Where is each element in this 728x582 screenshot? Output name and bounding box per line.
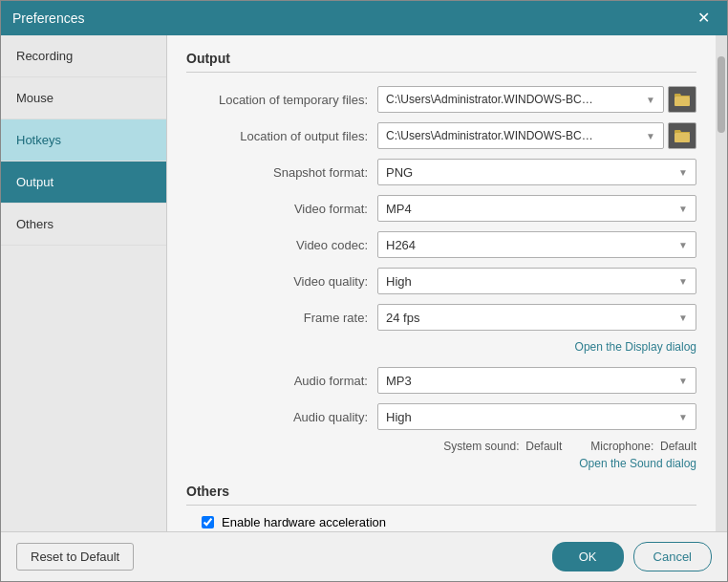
scrollbar-thumb[interactable]	[717, 56, 725, 133]
audio-quality-label: Audio quality:	[186, 410, 377, 424]
folder-icon	[674, 129, 690, 142]
hardware-acceleration-checkbox[interactable]	[202, 516, 214, 528]
temp-files-control: C:\Users\Administrator.WINDOWS-BCBV1B5\ …	[377, 86, 696, 113]
video-quality-select[interactable]: High ▼	[377, 268, 696, 294]
temp-files-label: Location of temporary files:	[186, 93, 377, 107]
sound-info-row: System sound: Default Microphone: Defaul…	[186, 440, 696, 453]
video-quality-control: High ▼	[377, 268, 696, 294]
output-files-folder-button[interactable]	[668, 122, 696, 149]
cancel-button[interactable]: Cancel	[633, 542, 712, 571]
frame-rate-label: Frame rate:	[186, 311, 377, 325]
snapshot-format-select[interactable]: PNG ▼	[377, 159, 696, 185]
microphone-info: Microphone: Default	[590, 440, 696, 453]
display-dialog-link[interactable]: Open the Display dialog	[575, 340, 696, 354]
dialog-body: Recording Mouse Hotkeys Output Others Ou…	[1, 35, 727, 531]
snapshot-format-arrow-icon: ▼	[678, 167, 688, 178]
video-codec-row: Video codec: H264 ▼	[186, 231, 696, 258]
audio-quality-select[interactable]: High ▼	[377, 403, 696, 430]
video-quality-label: Video quality:	[186, 274, 377, 289]
video-codec-label: Video codec:	[186, 238, 377, 252]
frame-rate-row: Frame rate: 24 fps ▼	[186, 304, 696, 331]
audio-format-label: Audio format:	[186, 374, 377, 388]
video-format-arrow-icon: ▼	[678, 204, 688, 214]
svg-rect-1	[674, 133, 690, 142]
output-files-path[interactable]: C:\Users\Administrator.WINDOWS-BCBV1B5\ …	[377, 122, 664, 149]
sidebar-item-recording[interactable]: Recording	[1, 35, 166, 77]
video-codec-arrow-icon: ▼	[678, 240, 688, 250]
temp-files-arrow-icon: ▼	[646, 95, 655, 105]
sidebar: Recording Mouse Hotkeys Output Others	[1, 35, 167, 531]
temp-files-row: Location of temporary files: C:\Users\Ad…	[186, 86, 696, 113]
sidebar-item-others[interactable]: Others	[1, 204, 166, 246]
dialog-title: Preferences	[12, 11, 84, 26]
audio-quality-control: High ▼	[377, 403, 696, 430]
audio-format-control: MP3 ▼	[377, 367, 696, 394]
snapshot-format-row: Snapshot format: PNG ▼	[186, 159, 696, 185]
others-section-title: Others	[186, 484, 696, 506]
video-format-row: Video format: MP4 ▼	[186, 195, 696, 222]
output-files-control: C:\Users\Administrator.WINDOWS-BCBV1B5\ …	[377, 122, 696, 149]
output-section-title: Output	[186, 51, 696, 73]
close-button[interactable]: ✕	[692, 9, 716, 28]
hardware-acceleration-label: Enable hardware acceleration	[222, 515, 386, 529]
sidebar-item-mouse[interactable]: Mouse	[1, 77, 166, 119]
output-files-row: Location of output files: C:\Users\Admin…	[186, 122, 696, 149]
video-format-control: MP4 ▼	[377, 195, 696, 222]
folder-icon	[674, 93, 690, 106]
audio-format-row: Audio format: MP3 ▼	[186, 367, 696, 394]
scrollbar-track[interactable]	[716, 35, 727, 531]
video-format-label: Video format:	[186, 202, 377, 216]
system-sound-info: System sound: Default	[443, 440, 562, 453]
temp-files-folder-button[interactable]	[668, 86, 696, 113]
output-files-arrow-icon: ▼	[646, 131, 655, 141]
sound-dialog-link[interactable]: Open the Sound dialog	[579, 457, 696, 470]
ok-button[interactable]: OK	[552, 542, 624, 571]
sidebar-item-output[interactable]: Output	[1, 162, 166, 204]
video-quality-arrow-icon: ▼	[678, 276, 688, 287]
snapshot-format-label: Snapshot format:	[186, 165, 377, 180]
video-quality-row: Video quality: High ▼	[186, 268, 696, 294]
sound-dialog-link-row: Open the Sound dialog	[186, 457, 696, 470]
output-files-label: Location of output files:	[186, 129, 377, 143]
title-bar: Preferences ✕	[1, 1, 727, 35]
snapshot-format-control: PNG ▼	[377, 159, 696, 185]
audio-format-arrow-icon: ▼	[678, 376, 688, 386]
video-codec-select[interactable]: H264 ▼	[377, 231, 696, 258]
video-codec-control: H264 ▼	[377, 231, 696, 258]
audio-format-select[interactable]: MP3 ▼	[377, 367, 696, 394]
frame-rate-select[interactable]: 24 fps ▼	[377, 304, 696, 331]
frame-rate-arrow-icon: ▼	[678, 313, 688, 323]
footer-actions: OK Cancel	[552, 542, 712, 571]
preferences-dialog: Preferences ✕ Recording Mouse Hotkeys Ou…	[0, 0, 728, 582]
reset-to-default-button[interactable]: Reset to Default	[16, 543, 134, 571]
frame-rate-control: 24 fps ▼	[377, 304, 696, 331]
temp-files-path[interactable]: C:\Users\Administrator.WINDOWS-BCBV1B5\ …	[377, 86, 664, 113]
audio-quality-arrow-icon: ▼	[678, 412, 688, 422]
video-format-select[interactable]: MP4 ▼	[377, 195, 696, 222]
hardware-acceleration-row: Enable hardware acceleration	[186, 515, 696, 529]
main-content: Output Location of temporary files: C:\U…	[167, 35, 716, 531]
sidebar-item-hotkeys[interactable]: Hotkeys	[1, 119, 166, 162]
display-dialog-link-row: Open the Display dialog	[186, 340, 696, 354]
footer: Reset to Default OK Cancel	[1, 531, 727, 581]
audio-quality-row: Audio quality: High ▼	[186, 403, 696, 430]
svg-rect-0	[674, 97, 690, 106]
